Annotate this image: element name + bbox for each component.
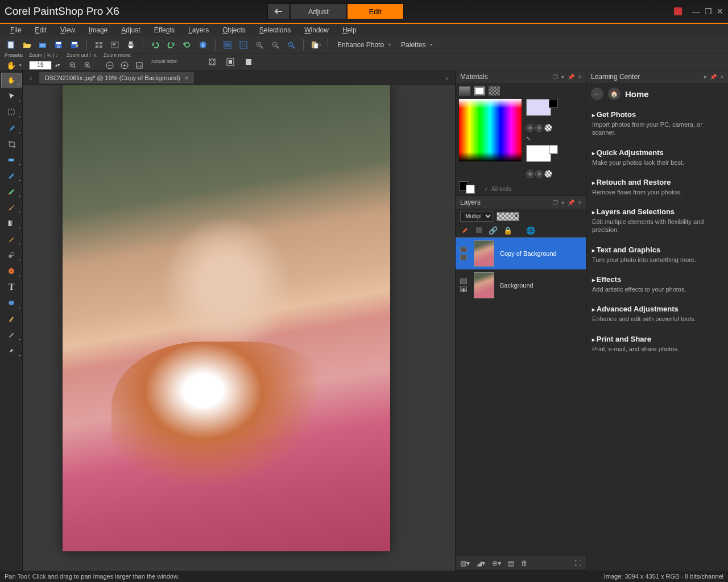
zoom-out-small-button[interactable] bbox=[67, 59, 79, 72]
undo-button[interactable] bbox=[149, 39, 162, 51]
info-button[interactable]: i bbox=[197, 39, 209, 51]
background-swatch[interactable] bbox=[526, 145, 551, 162]
panel-close-icon[interactable]: × bbox=[578, 74, 581, 80]
lc-section-retouch[interactable]: Retouch and RestoreRemove flaws from you… bbox=[592, 172, 722, 202]
menu-effects[interactable]: Effects bbox=[148, 25, 180, 35]
material-frame-style-2[interactable] bbox=[474, 86, 485, 95]
duplicate-layer-button[interactable]: ▤ bbox=[508, 559, 514, 567]
canvas-image[interactable] bbox=[63, 85, 390, 551]
foreground-swatch[interactable] bbox=[526, 99, 551, 116]
pen-tool[interactable] bbox=[1, 311, 22, 326]
save-as-button[interactable] bbox=[68, 39, 81, 51]
panel-pin-icon[interactable]: 📌 bbox=[568, 74, 574, 80]
restore-button[interactable]: ❐ bbox=[705, 7, 712, 16]
mode-tab-adjust[interactable]: Adjust bbox=[290, 3, 347, 19]
delete-layer-button[interactable]: 🗑 bbox=[521, 559, 528, 567]
zoom-out-button[interactable] bbox=[269, 39, 282, 51]
shape-tool[interactable]: ▸ bbox=[1, 296, 22, 310]
panel-close-icon[interactable]: × bbox=[578, 199, 581, 206]
oil-brush-tool[interactable]: ▸ bbox=[1, 343, 22, 358]
zoom-more-out-button[interactable] bbox=[104, 59, 116, 72]
zoom-in-button[interactable] bbox=[253, 39, 266, 51]
enhance-photo-dropdown[interactable]: Enhance Photo bbox=[334, 40, 394, 50]
canvas-viewport[interactable] bbox=[23, 85, 455, 571]
panel-dock-icon[interactable]: ❐ bbox=[553, 199, 558, 206]
lc-section-effects[interactable]: EffectsAdd artistic effects to your phot… bbox=[592, 269, 722, 299]
learning-back-button[interactable]: ← bbox=[591, 88, 603, 100]
dropper-tool[interactable]: ▸ bbox=[1, 120, 22, 135]
fit-button[interactable] bbox=[237, 39, 250, 51]
panel-dock-icon[interactable]: ❐ bbox=[553, 74, 558, 80]
text-tool[interactable]: T bbox=[1, 280, 22, 294]
layer-visibility-toggle[interactable] bbox=[460, 247, 468, 260]
close-tab-button[interactable]: × bbox=[185, 74, 188, 81]
panel-menu-icon[interactable]: ▾ bbox=[561, 74, 564, 80]
preset-hand-icon[interactable]: ✋ bbox=[5, 59, 17, 72]
lc-section-get-photos[interactable]: Get PhotosImport photos from your PC, ca… bbox=[592, 105, 722, 143]
panel-close-icon[interactable]: × bbox=[720, 74, 723, 80]
layer-visibility-toggle[interactable]: 👁 bbox=[460, 278, 468, 292]
layer-row-background[interactable]: 👁 Background bbox=[456, 269, 586, 301]
organizer-button[interactable] bbox=[93, 39, 105, 51]
material-frame-style-1[interactable] bbox=[459, 86, 470, 95]
swatch-dot-6[interactable] bbox=[544, 170, 552, 178]
lc-section-advanced[interactable]: Advanced AdjustmentsEnhance and edit wit… bbox=[592, 299, 722, 329]
bw-swatch-white[interactable] bbox=[466, 185, 475, 194]
lock-icon[interactable]: 🔒 bbox=[503, 226, 512, 235]
red-eye-tool[interactable]: ▸ bbox=[1, 168, 22, 183]
lc-section-quick-adjust[interactable]: Quick AdjustmentsMake your photos look t… bbox=[592, 143, 722, 172]
print-button[interactable] bbox=[125, 39, 137, 51]
color-picker[interactable] bbox=[459, 99, 522, 161]
mode-tab-edit[interactable]: Edit bbox=[347, 3, 404, 19]
save-button[interactable] bbox=[52, 39, 65, 51]
menu-adjust[interactable]: Adjust bbox=[115, 25, 146, 35]
link-icon[interactable]: 🔗 bbox=[489, 226, 498, 235]
lc-section-layers[interactable]: Layers and SelectionsEdit multiple eleme… bbox=[592, 202, 722, 240]
panel-menu-icon[interactable]: ▾ bbox=[561, 199, 564, 206]
menu-help[interactable]: Help bbox=[337, 25, 362, 35]
minimize-button[interactable]: — bbox=[692, 7, 700, 16]
fg-style-swatch[interactable] bbox=[549, 99, 558, 108]
zoom-input[interactable] bbox=[29, 61, 52, 70]
fit-window-button[interactable] bbox=[206, 56, 218, 68]
clone-tool[interactable]: ▸ bbox=[1, 248, 22, 263]
mode-back-button[interactable] bbox=[267, 3, 290, 19]
zoom-more-in-button[interactable] bbox=[118, 59, 131, 72]
opacity-input[interactable]: 4 bbox=[497, 212, 519, 221]
gradient-tool[interactable]: ▸ bbox=[1, 216, 22, 231]
repeat-button[interactable] bbox=[181, 39, 193, 51]
redo-button[interactable] bbox=[165, 39, 177, 51]
lc-section-text[interactable]: Text and GraphicsTurn your photo into so… bbox=[592, 240, 722, 269]
menu-selections[interactable]: Selections bbox=[254, 25, 296, 35]
new-group-button[interactable]: ⊕▾ bbox=[492, 559, 501, 567]
new-mask-button[interactable]: ◢▾ bbox=[477, 559, 485, 567]
makeover-tool[interactable]: ▸ bbox=[1, 184, 22, 199]
swatch-dot-1[interactable] bbox=[526, 124, 534, 132]
zoom-in-small-button[interactable] bbox=[81, 59, 94, 72]
close-button[interactable]: ✕ bbox=[717, 7, 723, 16]
panel-menu-icon[interactable]: ▾ bbox=[704, 74, 706, 80]
layer-row-copy[interactable]: Copy of Background bbox=[456, 238, 586, 269]
lighten-tool[interactable]: ▸ bbox=[1, 232, 22, 247]
nav-button[interactable] bbox=[109, 39, 121, 51]
new-layer-button[interactable]: ▨▾ bbox=[460, 559, 470, 567]
layer-effects-icon[interactable]: 🌐 bbox=[526, 226, 535, 235]
paint-brush-tool[interactable]: ▸ bbox=[1, 200, 22, 215]
menu-image[interactable]: Image bbox=[83, 25, 113, 35]
warp-tool[interactable]: ▸ bbox=[1, 264, 22, 278]
swatch-dot-4[interactable] bbox=[526, 170, 534, 178]
straighten-tool[interactable]: ▸ bbox=[1, 152, 22, 167]
swatch-dot-3[interactable] bbox=[544, 124, 552, 132]
document-tab[interactable]: DSCN2106fix.jpg* @ 19% (Copy of Backgrou… bbox=[39, 72, 194, 84]
menu-objects[interactable]: Objects bbox=[217, 25, 251, 35]
materials-header[interactable]: Materials ❐▾📌× bbox=[456, 70, 586, 83]
menu-file[interactable]: File bbox=[5, 25, 27, 35]
zoom-spinner[interactable]: ▴▾ bbox=[54, 59, 61, 72]
smart-brush-tool[interactable]: ▸ bbox=[1, 327, 22, 342]
layer-mask-icon[interactable] bbox=[475, 226, 483, 235]
paste-button[interactable]: ▾ bbox=[309, 39, 322, 51]
menu-view[interactable]: View bbox=[55, 25, 81, 35]
palettes-dropdown[interactable]: Palettes bbox=[398, 40, 436, 50]
lc-section-print[interactable]: Print and SharePrint, e-mail, and share … bbox=[592, 329, 722, 359]
learning-header[interactable]: Learning Center ▾📌× bbox=[586, 70, 728, 83]
